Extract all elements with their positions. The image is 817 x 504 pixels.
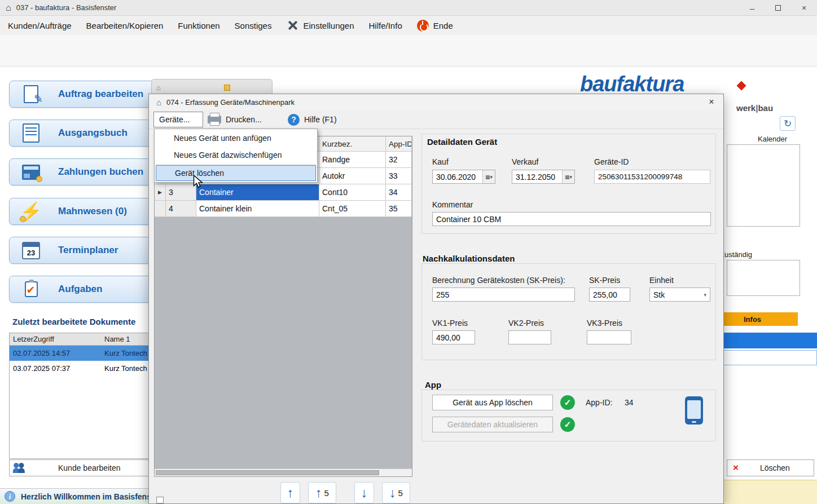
sk-preis-label: SK-Preis [589,276,620,285]
maximize-button[interactable] [765,0,791,16]
menu-funktionen[interactable]: Funktionen [178,21,219,30]
baufaktura-logo: baufaktura [580,72,684,96]
kalender-label: Kalender [758,135,787,143]
selected-list-item[interactable] [712,333,817,348]
window-titlebar: ⌂ 037 - baufaktura - Basisfenster – × [0,0,817,16]
menu-sonstiges[interactable]: Sonstiges [235,21,272,30]
app-id-label: App-ID: [586,398,612,407]
info-panel-bottom [724,480,817,504]
kalender-panel [727,144,800,227]
geraetedaten-aktualisieren-button[interactable]: Gerätedaten aktualisieren [432,417,553,432]
nav-up-button[interactable]: ↑ [280,482,300,503]
berechnung-input[interactable]: 255 [432,288,575,302]
refresh-icon: ↻ [784,118,792,130]
arrow-up-icon: ↑ [315,487,322,499]
horizontal-scrollbar[interactable] [155,468,412,476]
drucken-menu-button[interactable]: Drucken... [208,112,262,127]
geraete-menu-button[interactable]: Geräte... [153,112,203,127]
sk-preis-input[interactable]: 255,00 [589,288,630,302]
home-icon: ⌂ [6,3,11,13]
einheit-select[interactable]: Stk ▾ [649,288,710,302]
menu-item-neues-geraet-dazwischen[interactable]: Neues Gerät dazwischenfügen [155,147,317,163]
vk3-preis-input[interactable] [587,330,631,344]
task-check-icon: ✔ [19,281,43,297]
menu-ende[interactable]: Ende [417,20,453,32]
date-picker-icon[interactable]: ▦▾ [562,170,574,183]
nav-up-5-button[interactable]: ↑ 5 [308,482,336,503]
dialog-close-button[interactable]: × [705,96,718,108]
ledger-icon [19,123,43,143]
column-letzer-zugriff[interactable]: LetzerZugriff [10,333,101,345]
dialog-menubar: Geräte... Drucken... ? Hilfe (F1) [149,110,723,129]
calendar-icon: 23 [19,242,43,259]
chevron-down-icon: ▾ [704,292,706,298]
dialog-checkbox[interactable] [156,497,164,503]
geraete-id-value: 25063011531200099748 [594,170,710,184]
kauf-label: Kauf [432,157,449,166]
mouse-cursor [193,175,204,188]
zustaendig-label: Zuständig [720,250,752,259]
loeschen-button[interactable]: × Löschen [727,459,814,476]
geraet-aus-app-loeschen-button[interactable]: Gerät aus App löschen [432,395,553,410]
list-item[interactable] [712,350,817,365]
detaildaten-title: Detaildaten Gerät [427,137,497,147]
menu-item-neues-geraet-unten[interactable]: Neues Gerät unten anfügen [155,130,317,147]
recent-documents-title: Zuletzt bearbeitete Dokumente [12,317,135,326]
arrow-down-icon: ↓ [361,487,368,499]
arrow-down-icon: ↓ [389,487,396,499]
refresh-button[interactable]: ↻ [780,116,796,131]
vk2-preis-label: VK2-Preis [508,319,544,328]
tools-icon [286,19,298,32]
customer-edit-icon [10,460,29,476]
menu-bearbeiten-kopieren[interactable]: Bearbeiten/Kopieren [86,21,164,30]
zustaendig-panel [727,260,800,296]
power-icon [417,20,429,32]
geraete-dialog: ⌂ 074 - Erfassung Geräte/Maschinenpark ×… [148,94,724,504]
scrollbar-thumb[interactable] [156,470,379,475]
table-empty-area [155,217,412,468]
info-icon: i [5,491,15,502]
dialog-title: 074 - Erfassung Geräte/Maschinenpark [166,98,295,107]
main-toolbar [0,35,817,67]
column-kurzbez[interactable]: Kurzbez. [319,136,386,151]
menu-item-geraet-loeschen[interactable]: Gerät löschen [156,165,316,181]
menu-einstellungen[interactable]: Einstellungen [286,19,354,32]
verkauf-date-input[interactable]: 31.12.2050 ▦▾ [512,170,575,184]
cash-register-icon [19,165,43,180]
maximize-icon [775,5,781,11]
vk1-preis-input[interactable]: 490,00 [432,330,475,344]
smartphone-icon [685,396,703,425]
lightning-icon: ⚡ [19,201,43,222]
status-message: Herzlich Willkommen im Basisfenster [21,492,161,501]
nav-down-5-button[interactable]: ↓ 5 [382,482,410,503]
date-picker-icon[interactable]: ▦▾ [482,170,495,183]
row-marker-icon: ▶ [155,184,166,200]
table-row[interactable]: 4 Container klein Cnt_05 35 [155,201,412,217]
vk2-preis-input[interactable] [508,330,551,344]
close-button[interactable]: × [791,0,817,16]
window-title: 037 - baufaktura - Basisfenster [16,3,117,12]
kauf-date-input[interactable]: 30.06.2020 ▦▾ [432,170,495,184]
vk3-preis-label: VK3-Preis [587,319,622,328]
menu-kunden-auftraege[interactable]: Kunden/Aufträge [8,21,72,30]
einheit-label: Einheit [649,276,674,285]
success-check-icon: ✓ [560,417,575,432]
nav-down-button[interactable]: ↓ [354,482,374,503]
vk1-preis-label: VK1-Preis [432,319,468,328]
app-section-title: App [425,380,441,390]
red-cross-icon: × [733,462,739,474]
kommentar-label: Kommentar [432,200,473,209]
document-edit-icon: ✎ [19,85,43,103]
kommentar-input[interactable]: Container 10 CBM [432,212,711,226]
dialog-titlebar: ⌂ 074 - Erfassung Geräte/Maschinenpark [149,94,723,110]
hilfe-menu-button[interactable]: ? Hilfe (F1) [288,112,337,127]
help-icon: ? [288,114,300,126]
printer-icon [208,116,221,123]
minimize-button[interactable]: – [739,0,765,16]
menu-hilfe-info[interactable]: Hilfe/Info [369,21,402,30]
application-window: ⌂ 037 - baufaktura - Basisfenster – × Ku… [0,0,817,504]
verkauf-label: Verkauf [512,157,538,166]
column-appid[interactable]: App-ID [386,136,412,151]
window-icon [224,85,230,91]
infos-badge[interactable]: Infos [712,312,798,326]
